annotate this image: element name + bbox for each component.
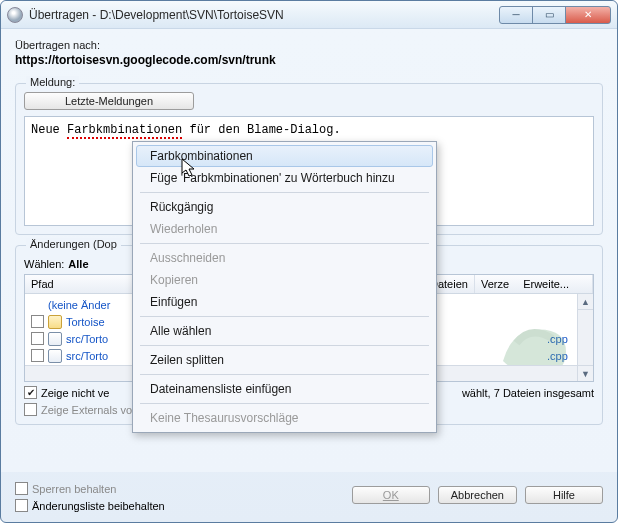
maximize-button[interactable]: ▭ bbox=[532, 6, 566, 24]
keep-changelist-checkbox[interactable] bbox=[15, 499, 28, 512]
row-checkbox[interactable] bbox=[31, 332, 44, 345]
col-ext[interactable]: Erweite... bbox=[517, 275, 575, 293]
show-unversioned-checkbox[interactable]: ✔ bbox=[24, 386, 37, 399]
show-externals-checkbox[interactable] bbox=[24, 403, 37, 416]
context-menu-item[interactable]: Farbkombinationen bbox=[136, 145, 433, 167]
app-icon bbox=[7, 7, 23, 23]
context-menu-item[interactable]: Alle wählen bbox=[136, 320, 433, 342]
spellcheck-context-menu[interactable]: FarbkombinationenFüge 'Farbkmbinationen'… bbox=[132, 141, 437, 433]
row-checkbox[interactable] bbox=[31, 315, 44, 328]
context-menu-item[interactable]: Einfügen bbox=[136, 291, 433, 313]
message-legend: Meldung: bbox=[26, 76, 79, 88]
context-menu-item[interactable]: Füge 'Farbkmbinationen' zu Wörterbuch hi… bbox=[136, 167, 433, 189]
context-menu-item: Ausschneiden bbox=[136, 247, 433, 269]
menu-separator bbox=[140, 403, 429, 404]
context-menu-item[interactable]: Dateinamensliste einfügen bbox=[136, 378, 433, 400]
menu-separator bbox=[140, 243, 429, 244]
minimize-button[interactable]: ─ bbox=[499, 6, 533, 24]
keep-locks-checkbox[interactable] bbox=[15, 482, 28, 495]
commit-dialog: Übertragen - D:\Development\SVN\Tortoise… bbox=[0, 0, 618, 523]
commit-to-label: Übertragen nach: bbox=[15, 39, 603, 51]
misspelled-word: Farbkmbinationen bbox=[67, 123, 182, 139]
choose-label: Wählen: bbox=[24, 258, 64, 270]
scroll-up-icon[interactable]: ▲ bbox=[578, 294, 593, 310]
vertical-scrollbar[interactable]: ▲ ▼ bbox=[577, 294, 593, 381]
keep-locks-label: Sperren behalten bbox=[32, 483, 116, 495]
context-menu-item[interactable]: Zeilen splitten bbox=[136, 349, 433, 371]
context-menu-item: Keine Thesaurusvorschläge bbox=[136, 407, 433, 429]
commit-url: https://tortoisesvn.googlecode.com/svn/t… bbox=[15, 53, 603, 67]
cancel-button[interactable]: Abbrechen bbox=[438, 486, 517, 504]
ok-button[interactable]: OK bbox=[352, 486, 430, 504]
row-checkbox[interactable] bbox=[31, 349, 44, 362]
titlebar[interactable]: Übertragen - D:\Development\SVN\Tortoise… bbox=[1, 1, 617, 29]
show-unversioned-label: Zeige nicht ve bbox=[41, 387, 109, 399]
menu-separator bbox=[140, 374, 429, 375]
selection-status: wählt, 7 Dateien insgesamt bbox=[462, 387, 594, 399]
menu-separator bbox=[140, 345, 429, 346]
file-icon bbox=[48, 349, 62, 363]
select-all-link[interactable]: Alle bbox=[68, 258, 88, 270]
help-button[interactable]: Hilfe bbox=[525, 486, 603, 504]
file-icon bbox=[48, 332, 62, 346]
scroll-down-icon[interactable]: ▼ bbox=[578, 365, 593, 381]
recent-messages-button[interactable]: Letzte-Meldungen bbox=[24, 92, 194, 110]
context-menu-item: Kopieren bbox=[136, 269, 433, 291]
window-title: Übertragen - D:\Development\SVN\Tortoise… bbox=[29, 8, 499, 22]
context-menu-item[interactable]: Rückgängig bbox=[136, 196, 433, 218]
menu-separator bbox=[140, 316, 429, 317]
keep-changelist-label: Änderungsliste beibehalten bbox=[32, 500, 165, 512]
context-menu-item: Wiederholen bbox=[136, 218, 433, 240]
close-button[interactable]: ✕ bbox=[565, 6, 611, 24]
folder-icon bbox=[48, 315, 62, 329]
changes-legend: Änderungen (Dop bbox=[26, 238, 121, 250]
menu-separator bbox=[140, 192, 429, 193]
